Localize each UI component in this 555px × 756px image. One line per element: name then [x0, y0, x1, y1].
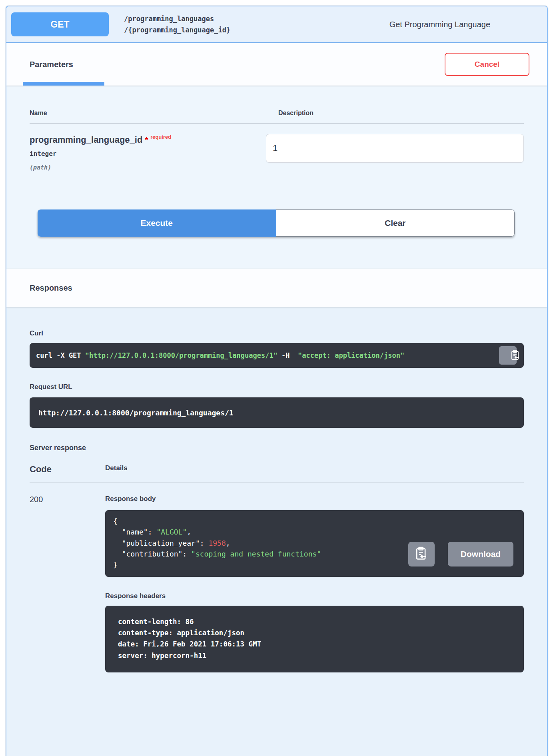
parameter-value-input[interactable] — [266, 134, 524, 163]
endpoint-path-line1: /programming_languages — [124, 13, 230, 24]
curl-label: Curl — [30, 329, 524, 337]
parameters-body: Name Description programming_language_id… — [6, 86, 547, 269]
operation-block: GET /programming_languages /{programming… — [6, 6, 548, 756]
required-asterisk: * — [145, 136, 148, 144]
json-key: "contribution" — [122, 550, 183, 558]
column-header-name: Name — [30, 110, 278, 117]
parameter-value-cell — [266, 134, 524, 171]
request-url-value: http://127.0.0.1:8000/programming_langua… — [30, 397, 524, 428]
download-button[interactable]: Download — [448, 542, 513, 567]
method-badge: GET — [11, 12, 109, 36]
response-body-label: Response body — [105, 495, 524, 503]
clipboard-icon — [415, 547, 428, 561]
json-colon: : — [148, 528, 157, 536]
parameter-location: (path) — [30, 164, 266, 171]
column-header-details: Details — [105, 464, 128, 475]
clear-button[interactable]: Clear — [276, 209, 515, 237]
response-headers-label: Response headers — [105, 592, 524, 600]
endpoint-path: /programming_languages /{programming_lan… — [124, 13, 230, 36]
copy-curl-button[interactable] — [499, 346, 517, 365]
curl-cmd: curl -X GET — [36, 351, 85, 359]
parameter-info: programming_language_id*required integer… — [30, 134, 266, 171]
curl-url: "http://127.0.0.1:8000/programming_langu… — [85, 351, 278, 359]
responses-section-header: Responses — [6, 269, 547, 307]
server-response-row: 200 Response body { "name": "ALGOL", "pu… — [30, 483, 524, 672]
json-line-open: { — [113, 516, 516, 527]
endpoint-path-line2: /{programming_language_id} — [124, 24, 230, 36]
curl-command-text: curl -X GET "http://127.0.0.1:8000/progr… — [36, 351, 404, 359]
curl-command: curl -X GET "http://127.0.0.1:8000/progr… — [30, 343, 524, 368]
json-key: "name" — [122, 528, 148, 536]
json-comma: , — [187, 528, 191, 536]
responses-title: Responses — [30, 283, 72, 293]
parameters-section-header: Parameters Cancel — [6, 43, 547, 86]
header-line: content-length: 86 — [118, 616, 516, 627]
json-string-value: "ALGOL" — [156, 528, 187, 536]
header-line: server: hypercorn-h11 — [118, 650, 516, 661]
active-tab-indicator — [23, 82, 104, 86]
header-line: content-type: application/json — [118, 627, 516, 638]
execute-wrapper: Execute Clear — [38, 209, 515, 237]
header-line: date: Fri,26 Feb 2021 17:06:13 GMT — [118, 638, 516, 650]
responses-body: Curl curl -X GET "http://127.0.0.1:8000/… — [6, 307, 547, 756]
server-response-label: Server response — [30, 444, 524, 452]
curl-flag: -H — [278, 351, 294, 359]
clipboard-icon — [495, 344, 520, 367]
json-comma: , — [226, 539, 230, 547]
execute-button[interactable]: Execute — [38, 209, 276, 237]
response-details: Response body { "name": "ALGOL", "public… — [105, 495, 524, 672]
parameter-row: programming_language_id*required integer… — [30, 124, 524, 171]
parameter-name: programming_language_id — [30, 135, 142, 145]
tab-parameters: Parameters — [30, 60, 73, 69]
response-body-code: { "name": "ALGOL", "publication_year": 1… — [105, 510, 524, 577]
operation-header[interactable]: GET /programming_languages /{programming… — [6, 6, 547, 43]
request-url-label: Request URL — [30, 383, 524, 391]
operation-summary: Get Programming Language — [389, 20, 490, 29]
json-key: "publication_year" — [122, 539, 200, 547]
json-string-value: "scoping and nested functions" — [191, 550, 321, 558]
required-label: required — [150, 134, 171, 140]
cancel-button[interactable]: Cancel — [445, 53, 529, 76]
column-header-description: Description — [278, 110, 313, 117]
column-header-code: Code — [30, 464, 105, 475]
json-colon: : — [182, 550, 191, 558]
json-number-value: 1958 — [208, 539, 226, 547]
json-line: "name": "ALGOL", — [113, 527, 516, 537]
response-headers-code: content-length: 86 content-type: applica… — [105, 606, 524, 672]
server-response-column-headers: Code Details — [30, 452, 524, 483]
response-status-code: 200 — [30, 495, 105, 672]
curl-accept-header: "accept: application/json" — [294, 351, 404, 359]
parameter-type: integer — [30, 150, 266, 158]
parameters-column-headers: Name Description — [30, 86, 524, 124]
json-colon: : — [200, 539, 209, 547]
copy-response-body-button[interactable] — [408, 542, 435, 567]
